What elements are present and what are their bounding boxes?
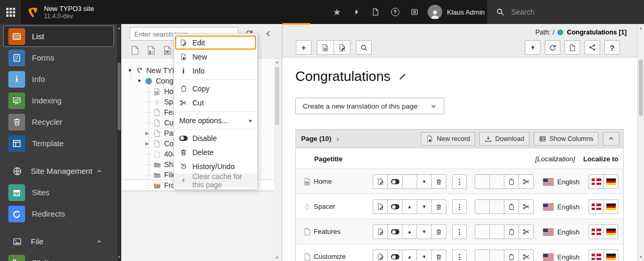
copy-record-button[interactable] <box>504 199 519 214</box>
more-actions-button[interactable]: ⋮ <box>452 199 467 214</box>
module-recycler[interactable]: Recycler <box>3 111 114 133</box>
document-icon[interactable] <box>366 0 385 24</box>
module-filelist[interactable]: Filelist <box>3 252 114 261</box>
bookmark-star-icon[interactable]: ★ <box>327 0 347 24</box>
section-file[interactable]: File <box>0 231 117 252</box>
tree-collapse-icon[interactable] <box>264 30 272 38</box>
scroll-down-icon[interactable]: ▼ <box>117 255 121 259</box>
context-item-disable[interactable]: Disable <box>174 131 257 145</box>
copy-record-button[interactable] <box>504 250 519 261</box>
collapse-table-button[interactable] <box>603 132 619 146</box>
download-button[interactable]: Download <box>479 132 530 146</box>
move-down-button[interactable]: ▼ <box>417 199 432 214</box>
copy-record-button[interactable] <box>504 224 519 239</box>
help-button[interactable]: ? <box>604 40 620 55</box>
cut-record-button[interactable] <box>519 174 534 189</box>
refresh-button[interactable] <box>545 40 560 55</box>
localize-danish-button[interactable] <box>589 174 604 189</box>
content-scrollbar[interactable]: ▲ ▼ <box>637 24 644 261</box>
hide-record-button[interactable] <box>387 224 402 239</box>
move-down-button[interactable]: ▼ <box>417 250 432 261</box>
expand-icon[interactable]: ▼ <box>137 78 142 84</box>
user-menu[interactable]: Klaus Admin <box>428 0 485 24</box>
move-up-button[interactable]: ▲ <box>402 250 417 261</box>
cut-record-button[interactable] <box>519 250 534 261</box>
localize-danish-button[interactable] <box>589 224 604 239</box>
share-button[interactable] <box>584 40 600 55</box>
context-item-cut[interactable]: Cut <box>174 96 257 110</box>
module-redirects[interactable]: Redirects <box>3 203 114 224</box>
move-up-button[interactable]: ▲ <box>402 199 417 214</box>
section-site-management[interactable]: Site Management <box>0 160 117 182</box>
context-item-more-options[interactable]: More options... ▸ <box>174 113 257 127</box>
create-translation-dropdown[interactable]: Create a new translation of this page <box>295 98 444 114</box>
more-actions-button[interactable]: ⋮ <box>452 250 467 261</box>
delete-record-button[interactable] <box>431 199 446 214</box>
scroll-up-icon[interactable]: ▲ <box>638 26 644 30</box>
brand[interactable]: New TYPO3 site 11.4.0-dev <box>26 0 94 24</box>
new-page-drag-icon[interactable] <box>130 45 140 56</box>
edit-record-button[interactable] <box>373 224 388 239</box>
clear-cache-bolt-icon[interactable] <box>347 0 366 24</box>
move-down-button[interactable]: ▼ <box>417 174 432 189</box>
module-template[interactable]: Template <box>3 133 114 154</box>
cut-record-button[interactable] <box>519 224 534 239</box>
scrollbar-thumb[interactable] <box>639 60 643 116</box>
scrollbar-thumb[interactable] <box>118 63 121 130</box>
edit-record-button[interactable] <box>373 174 388 189</box>
localize-danish-button[interactable] <box>589 199 604 214</box>
delete-record-button[interactable] <box>431 250 446 261</box>
scroll-up-icon[interactable]: ▲ <box>117 26 121 30</box>
systeminfo-list-icon[interactable] <box>405 0 424 24</box>
scrollbar-thumb[interactable] <box>275 67 279 125</box>
hide-record-button[interactable] <box>387 174 402 189</box>
scroll-down-icon[interactable]: ▼ <box>274 256 280 259</box>
delete-record-button[interactable] <box>431 224 446 239</box>
module-list[interactable]: List <box>3 26 114 47</box>
clear-cache-button[interactable] <box>525 40 540 55</box>
module-sites[interactable]: Sites <box>3 182 114 203</box>
hide-record-button[interactable] <box>387 250 402 261</box>
search-input[interactable] <box>510 7 615 17</box>
cut-record-button[interactable] <box>519 199 534 214</box>
view-page-button[interactable] <box>317 40 334 55</box>
module-indexing[interactable]: Indexing <box>3 90 114 111</box>
new-record-button[interactable]: + <box>296 40 312 55</box>
show-columns-button[interactable]: Show Columns <box>534 132 599 146</box>
app-grid-button[interactable] <box>0 0 21 24</box>
help-icon[interactable]: ? <box>385 0 405 24</box>
rename-pencil-icon[interactable] <box>398 73 407 81</box>
edit-page-button[interactable] <box>334 40 351 55</box>
expand-icon[interactable]: ▼ <box>128 68 132 73</box>
localize-german-button[interactable] <box>603 224 618 239</box>
localize-german-button[interactable] <box>603 174 618 189</box>
collapsed-icon[interactable]: ▶ <box>145 141 149 146</box>
localize-german-button[interactable] <box>603 250 618 261</box>
move-down-button[interactable]: ▼ <box>417 224 432 239</box>
module-info[interactable]: i Info <box>3 68 114 90</box>
context-item-info[interactable]: i Info <box>174 64 257 78</box>
context-item-edit[interactable]: Edit <box>175 35 256 50</box>
module-forms[interactable]: Forms <box>3 47 114 68</box>
collapsed-icon[interactable]: ▶ <box>145 130 149 136</box>
delete-record-button[interactable] <box>431 174 446 189</box>
tree-scrollbar[interactable]: ▲ ▼ <box>274 58 280 261</box>
scroll-up-icon[interactable]: ▲ <box>274 60 280 64</box>
context-item-clear-cache[interactable]: Clear cache for this page <box>174 173 257 187</box>
page-info-button[interactable] <box>565 40 580 55</box>
localize-danish-button[interactable] <box>589 250 604 261</box>
localize-german-button[interactable] <box>603 199 618 214</box>
context-item-new[interactable]: New <box>174 50 257 64</box>
context-item-history[interactable]: History/Undo <box>174 159 257 173</box>
more-actions-button[interactable]: ⋮ <box>452 224 467 239</box>
edit-record-button[interactable] <box>373 199 388 214</box>
new-shortcut-page-drag-icon[interactable] <box>146 45 156 56</box>
copy-record-button[interactable] <box>504 174 519 189</box>
module-menu-scrollbar[interactable]: ▲ ▼ <box>117 24 121 261</box>
more-actions-button[interactable]: ⋮ <box>452 174 467 189</box>
scroll-down-icon[interactable]: ▼ <box>638 255 644 259</box>
context-item-copy[interactable]: Copy <box>174 81 257 96</box>
new-link-page-drag-icon[interactable] <box>163 45 172 56</box>
new-record-button[interactable]: New record <box>421 132 475 146</box>
hide-record-button[interactable] <box>387 199 402 214</box>
